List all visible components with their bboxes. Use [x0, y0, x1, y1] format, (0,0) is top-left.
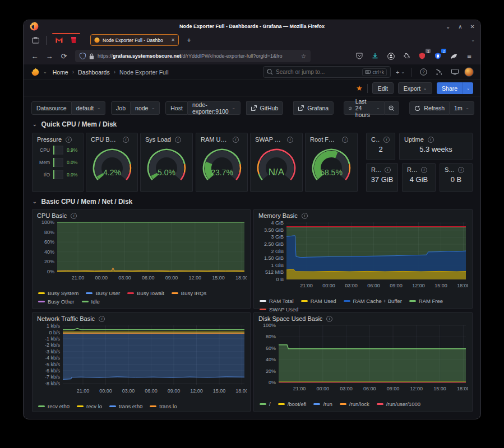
tv-mode-icon[interactable]: [448, 66, 461, 78]
panel-pressure[interactable]: Pressurei CPU 0.9% Mem 0.0% I/O 0.0%: [32, 133, 84, 192]
legend-item[interactable]: Idle: [82, 298, 100, 305]
tab-node-exporter[interactable]: Node Exporter Full - Dashbo ✕: [90, 34, 179, 46]
legend-item[interactable]: Busy System: [38, 290, 78, 296]
panel-title[interactable]: Root FS Used: [310, 136, 338, 143]
grafana-logo[interactable]: [30, 67, 40, 77]
panel-title[interactable]: Uptime: [404, 136, 424, 143]
password-extension-icon[interactable]: 2: [431, 50, 445, 62]
section-basic-cpu-mem-net-disk[interactable]: ⌄ Basic CPU / Mem / Net / Disk: [24, 193, 480, 209]
pinned-tab-gmail[interactable]: [54, 36, 63, 45]
info-icon[interactable]: i: [421, 167, 427, 173]
legend-label[interactable]: trans lo: [159, 403, 177, 409]
window-close-button[interactable]: ✕: [470, 24, 475, 30]
legend-label[interactable]: /boot/efi: [288, 401, 307, 407]
info-icon[interactable]: i: [123, 137, 129, 143]
panel-cpu-busy[interactable]: CPU Busyi 4.2%: [86, 133, 138, 192]
forward-button[interactable]: →: [43, 50, 56, 62]
panel-title[interactable]: CPU Busy: [91, 136, 119, 143]
panel-title[interactable]: Network Traffic Basic: [37, 315, 95, 322]
legend-label[interactable]: RAM Cache + Buffer: [353, 298, 402, 304]
legend-label[interactable]: Busy User: [95, 290, 120, 296]
legend-item[interactable]: trans lo: [150, 403, 177, 409]
panel-title[interactable]: Sys Load: [145, 136, 171, 143]
legend-item[interactable]: trans eth0: [109, 403, 142, 409]
section-collapse-icon[interactable]: ⌄: [33, 122, 37, 127]
legend-item[interactable]: RAM Used: [301, 298, 336, 304]
news-icon[interactable]: [433, 66, 445, 78]
legend-label[interactable]: Busy Other: [48, 298, 75, 305]
favorite-star-icon[interactable]: ★: [356, 84, 363, 92]
panel-title[interactable]: Pressure: [37, 136, 62, 143]
tab-close-icon[interactable]: ✕: [171, 38, 175, 43]
downloads-icon[interactable]: [368, 50, 382, 62]
info-icon[interactable]: i: [385, 167, 391, 173]
legend-label[interactable]: RAM Free: [419, 298, 443, 304]
firefox-view-button[interactable]: [28, 35, 43, 46]
reload-button[interactable]: ⟳: [57, 50, 71, 62]
back-button[interactable]: ←: [28, 50, 41, 62]
section-collapse-icon[interactable]: ⌄: [33, 199, 37, 204]
legend-label[interactable]: /run/user/1000: [386, 401, 420, 407]
legend-item[interactable]: Busy IRQs: [172, 290, 206, 296]
adblock-extension-icon[interactable]: 1: [415, 50, 429, 62]
panel-cpu-cores[interactable]: CPU Coresi 2: [366, 133, 395, 160]
org-switcher-chevron-icon[interactable]: ⌄: [43, 69, 47, 74]
breadcrumb-home[interactable]: Home: [53, 69, 68, 76]
info-icon[interactable]: i: [326, 316, 332, 322]
network-traffic-chart[interactable]: 1 kb/s0 b/s-1 kb/s-2 kb/s-3 kb/s-4 kb/s-…: [37, 323, 247, 399]
panel-title[interactable]: SWAP Used: [255, 136, 283, 143]
time-range-picker[interactable]: Last 24 hours⌄: [344, 101, 385, 115]
panel-sys-load[interactable]: Sys Loadi 5.0%: [140, 133, 193, 192]
legend-label[interactable]: Idle: [91, 298, 100, 305]
info-icon[interactable]: i: [302, 213, 308, 219]
window-maximize-button[interactable]: ∧: [458, 24, 462, 30]
legend-item[interactable]: /run: [313, 401, 332, 407]
search-box[interactable]: ctrl+k: [263, 66, 391, 78]
extensions-icon[interactable]: [400, 50, 413, 62]
info-icon[interactable]: i: [383, 137, 390, 143]
legend-item[interactable]: Busy Iowait: [127, 290, 164, 296]
pinned-tab-2[interactable]: [69, 36, 78, 45]
legend-label[interactable]: Busy IRQs: [181, 290, 206, 296]
legend-item[interactable]: /: [260, 401, 271, 407]
panel-title[interactable]: CPU Cores: [371, 136, 380, 143]
help-icon[interactable]: ?: [417, 66, 429, 78]
panel-rootfs-used[interactable]: Root FS Usedi 58.5%: [305, 133, 358, 192]
pocket-icon[interactable]: [353, 50, 366, 62]
panel-title[interactable]: RAM Total: [407, 166, 417, 173]
legend-item[interactable]: Busy User: [86, 290, 120, 296]
share-dropdown-chevron-icon[interactable]: ⌄: [463, 82, 473, 94]
search-input[interactable]: [276, 69, 359, 75]
panel-cpu-basic[interactable]: CPU Basici 0%20%40%60%80%100%21:0000:000…: [32, 209, 251, 309]
legend-label[interactable]: recv eth0: [48, 403, 70, 409]
tracking-shield-icon[interactable]: [80, 53, 86, 59]
panel-title[interactable]: Disk Space Used Basic: [258, 315, 322, 322]
info-icon[interactable]: i: [287, 137, 293, 143]
panel-swap-used[interactable]: SWAP Usedi N/A: [250, 133, 303, 192]
menu-icon[interactable]: ≡: [463, 50, 476, 62]
panel-ram-total[interactable]: RAM Totali 4 GiB: [402, 163, 436, 192]
info-icon[interactable]: i: [342, 137, 348, 143]
legend-item[interactable]: /run/user/1000: [377, 401, 420, 407]
legend-label[interactable]: Busy Iowait: [137, 290, 164, 296]
url-bar[interactable]: https://grafana.systemsobscure.net/d/rYd…: [75, 50, 311, 62]
export-button[interactable]: Export⌄: [398, 82, 432, 94]
info-icon[interactable]: i: [99, 316, 105, 322]
legend-label[interactable]: trans eth0: [119, 403, 142, 409]
list-all-tabs-button[interactable]: ⌄: [471, 38, 475, 43]
info-icon[interactable]: i: [458, 167, 464, 173]
panel-title[interactable]: CPU Basic: [37, 212, 67, 219]
zoom-out-button[interactable]: [385, 101, 399, 115]
panel-swap-total[interactable]: SWAP Totali 0 B: [440, 163, 473, 192]
legend-label[interactable]: recv lo: [86, 403, 102, 409]
job-select[interactable]: node⌄: [131, 101, 160, 115]
legend-label[interactable]: /run/lock: [349, 401, 369, 407]
section-quick-cpu-mem-disk[interactable]: ⌄ Quick CPU / Mem / Disk: [24, 115, 480, 132]
panel-uptime[interactable]: Uptimei 5.3 weeks: [399, 133, 473, 160]
legend-item[interactable]: RAM Total: [260, 298, 294, 304]
cpu-basic-chart[interactable]: 0%20%40%60%80%100%21:0000:0003:0006:0009…: [37, 220, 247, 286]
panel-ram-used[interactable]: RAM Usedi 23.7%: [196, 133, 248, 192]
github-link[interactable]: GitHub: [246, 101, 284, 115]
memory-basic-chart[interactable]: 0 B512 MiB1 GiB1.50 GiB2 GiB2.50 GiB3 Gi…: [258, 220, 468, 294]
disk-space-chart[interactable]: 0%20%40%60%80%100%21:0000:0003:0006:0009…: [258, 323, 468, 397]
